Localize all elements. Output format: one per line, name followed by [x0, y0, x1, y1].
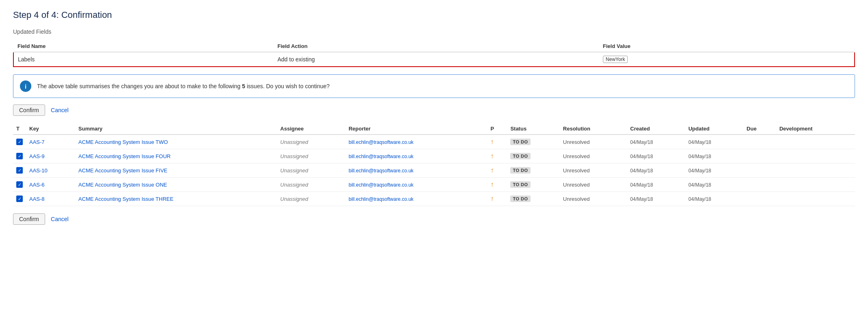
status-badge: TO DO: [510, 139, 530, 145]
row-reporter: bill.echlin@traqsoftware.co.uk: [345, 163, 487, 178]
field-value-cell: NewYork: [599, 52, 855, 67]
col-development: Development: [776, 123, 855, 135]
col-due: Due: [743, 123, 776, 135]
row-development: [776, 163, 855, 178]
table-row: AAS-10 ACME Accounting System Issue FIVE…: [13, 163, 855, 178]
row-updated: 04/May/18: [685, 135, 743, 149]
reporter-link[interactable]: bill.echlin@traqsoftware.co.uk: [348, 196, 413, 202]
updated-fields-table: Field Name Field Action Field Value Labe…: [13, 41, 855, 67]
row-created: 04/May/18: [627, 178, 685, 192]
checkbox-checked-icon: [16, 167, 23, 174]
label-tag: NewYork: [603, 56, 628, 63]
col-header-field-name: Field Name: [13, 41, 273, 52]
row-updated: 04/May/18: [685, 192, 743, 206]
info-box: i The above table summarises the changes…: [13, 74, 855, 98]
reporter-link[interactable]: bill.echlin@traqsoftware.co.uk: [348, 154, 413, 159]
row-due: [743, 192, 776, 206]
col-resolution: Resolution: [560, 123, 627, 135]
issue-summary-link[interactable]: ACME Accounting System Issue FOUR: [78, 153, 171, 159]
row-status: TO DO: [507, 192, 559, 206]
col-key: Key: [26, 123, 75, 135]
assignee-text: Unassigned: [280, 139, 308, 145]
issue-summary-link[interactable]: ACME Accounting System Issue ONE: [78, 182, 167, 188]
row-priority: ↑: [487, 149, 507, 163]
row-summary: ACME Accounting System Issue TWO: [75, 135, 277, 149]
row-resolution: Unresolved: [560, 192, 627, 206]
issue-key-link[interactable]: AAS-9: [29, 153, 45, 159]
col-t: T: [13, 123, 26, 135]
row-status: TO DO: [507, 163, 559, 178]
table-row: AAS-6 ACME Accounting System Issue ONE U…: [13, 178, 855, 192]
row-status: TO DO: [507, 135, 559, 149]
row-key: AAS-7: [26, 135, 75, 149]
updated-date: 04/May/18: [688, 196, 711, 202]
row-reporter: bill.echlin@traqsoftware.co.uk: [345, 192, 487, 206]
row-priority: ↑: [487, 135, 507, 149]
reporter-link[interactable]: bill.echlin@traqsoftware.co.uk: [348, 168, 413, 174]
issue-key-link[interactable]: AAS-7: [29, 139, 45, 145]
checkbox-checked-icon: [16, 139, 23, 145]
col-summary: Summary: [75, 123, 277, 135]
cancel-link-bottom[interactable]: Cancel: [51, 216, 69, 222]
col-updated: Updated: [685, 123, 743, 135]
row-priority: ↑: [487, 178, 507, 192]
row-due: [743, 163, 776, 178]
issue-key-link[interactable]: AAS-10: [29, 167, 48, 174]
created-date: 04/May/18: [630, 168, 653, 174]
confirm-button-bottom[interactable]: Confirm: [13, 213, 45, 225]
row-assignee: Unassigned: [277, 192, 345, 206]
info-count: 5: [242, 83, 245, 89]
row-checkbox[interactable]: [13, 163, 26, 178]
reporter-link[interactable]: bill.echlin@traqsoftware.co.uk: [348, 182, 413, 188]
issue-summary-link[interactable]: ACME Accounting System Issue TWO: [78, 139, 168, 145]
assignee-text: Unassigned: [280, 153, 308, 159]
row-summary: ACME Accounting System Issue ONE: [75, 178, 277, 192]
table-row: AAS-9 ACME Accounting System Issue FOUR …: [13, 149, 855, 163]
assignee-text: Unassigned: [280, 196, 308, 202]
col-created: Created: [627, 123, 685, 135]
status-badge: TO DO: [510, 167, 530, 174]
updated-date: 04/May/18: [688, 139, 711, 145]
top-action-row: Confirm Cancel: [13, 104, 855, 116]
checkbox-checked-icon: [16, 196, 23, 202]
field-name-cell: Labels: [13, 52, 273, 67]
checkbox-checked-icon: [16, 153, 23, 159]
row-development: [776, 178, 855, 192]
updated-date: 04/May/18: [688, 182, 711, 188]
col-status: Status: [507, 123, 559, 135]
col-p: P: [487, 123, 507, 135]
row-key: AAS-10: [26, 163, 75, 178]
confirm-button-top[interactable]: Confirm: [13, 104, 45, 116]
row-checkbox[interactable]: [13, 192, 26, 206]
row-reporter: bill.echlin@traqsoftware.co.uk: [345, 178, 487, 192]
row-updated: 04/May/18: [685, 178, 743, 192]
row-checkbox[interactable]: [13, 135, 26, 149]
status-badge: TO DO: [510, 153, 530, 159]
updated-date: 04/May/18: [688, 154, 711, 159]
row-assignee: Unassigned: [277, 178, 345, 192]
row-due: [743, 149, 776, 163]
row-updated: 04/May/18: [685, 163, 743, 178]
created-date: 04/May/18: [630, 196, 653, 202]
issue-summary-link[interactable]: ACME Accounting System Issue THREE: [78, 196, 174, 202]
status-badge: TO DO: [510, 196, 530, 202]
info-text-suffix: issues. Do you wish to continue?: [245, 83, 330, 89]
row-key: AAS-9: [26, 149, 75, 163]
cancel-link-top[interactable]: Cancel: [51, 107, 69, 113]
issue-summary-link[interactable]: ACME Accounting System Issue FIVE: [78, 167, 168, 174]
row-resolution: Unresolved: [560, 163, 627, 178]
row-checkbox[interactable]: [13, 178, 26, 192]
row-checkbox[interactable]: [13, 149, 26, 163]
row-updated: 04/May/18: [685, 149, 743, 163]
priority-icon: ↑: [490, 195, 494, 202]
page-title: Step 4 of 4: Confirmation: [13, 10, 855, 20]
reporter-link[interactable]: bill.echlin@traqsoftware.co.uk: [348, 139, 413, 145]
issue-key-link[interactable]: AAS-8: [29, 196, 45, 202]
row-summary: ACME Accounting System Issue THREE: [75, 192, 277, 206]
info-icon: i: [20, 80, 31, 92]
priority-icon: ↑: [490, 181, 494, 188]
issue-key-link[interactable]: AAS-6: [29, 182, 45, 188]
row-development: [776, 192, 855, 206]
info-text-prefix: The above table summarises the changes y…: [37, 83, 242, 89]
status-badge: TO DO: [510, 181, 530, 188]
